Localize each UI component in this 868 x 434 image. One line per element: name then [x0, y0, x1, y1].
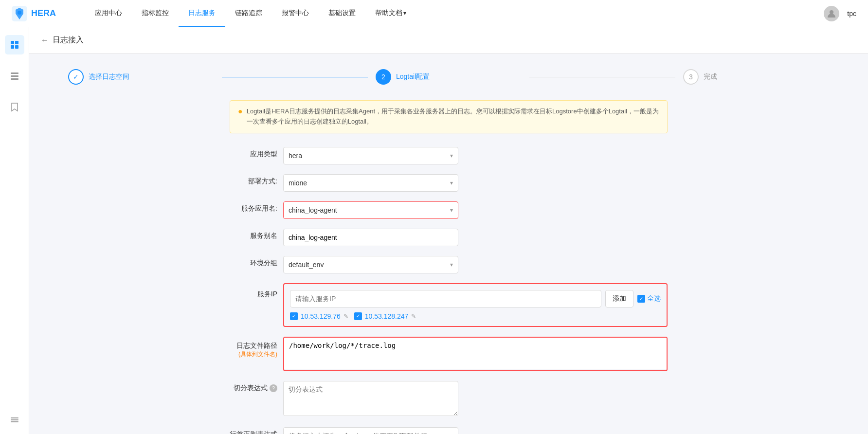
nav-item-basic-settings[interactable]: 基础设置 [319, 0, 365, 27]
service-ip-wrapper: 添加 ✓ 全选 ✓ 10.53.129.76 ✎ [283, 283, 668, 327]
form-row-service-alias: 服务别名 [230, 229, 668, 246]
chevron-down-icon: ▾ [450, 180, 453, 186]
bookmark-icon [10, 102, 19, 112]
step1-circle: ✓ [68, 69, 84, 85]
brand-name: HERA [31, 8, 56, 18]
page-title: 日志接入 [53, 35, 84, 45]
label-split-expression: 切分表达式 ? [230, 381, 283, 393]
logo-area[interactable]: HERA [12, 6, 56, 21]
sidebar-bottom[interactable] [10, 415, 19, 434]
textarea-log-path[interactable] [284, 338, 667, 369]
sidebar-item-grid[interactable] [5, 35, 24, 54]
step1-label: 选择日志空间 [89, 72, 129, 81]
nav-item-metrics[interactable]: 指标监控 [132, 0, 179, 27]
select-env-group[interactable]: default_env ▾ [283, 256, 458, 273]
select-app-type[interactable]: hera ▾ [283, 147, 458, 164]
ip-checkbox-1[interactable]: ✓ [354, 312, 362, 320]
back-button[interactable]: ← [41, 36, 49, 45]
user-avatar[interactable] [824, 6, 839, 21]
nav-item-help-docs[interactable]: 帮助文档 ▾ [365, 0, 416, 27]
menu-icon [10, 415, 19, 425]
select-all-button[interactable]: ✓ 全选 [637, 294, 661, 303]
nav-item-log-service[interactable]: 日志服务 [179, 0, 225, 27]
select-deploy-method[interactable]: mione ▾ [283, 174, 458, 192]
label-app-type: 应用类型 [230, 147, 283, 159]
page-header: ← 日志接入 [29, 27, 868, 54]
svg-rect-11 [11, 419, 18, 420]
add-ip-button[interactable]: 添加 [605, 290, 633, 307]
form-row-split-expression: 切分表达式 ? [230, 381, 668, 417]
textarea-split-expression[interactable] [283, 381, 458, 416]
label-service-ip: 服务IP [230, 283, 283, 299]
step-select-logspace: ✓ 选择日志空间 [68, 69, 214, 85]
label-service-alias: 服务别名 [230, 229, 283, 240]
step2-label: Logtail配置 [396, 72, 430, 81]
chevron-down-icon: ▾ [450, 152, 453, 159]
content-area: ✓ 选择日志空间 2 Logtail配置 3 完成 ● [29, 54, 868, 434]
sidebar-item-list[interactable] [5, 66, 24, 86]
svg-rect-7 [11, 72, 18, 74]
label-service-name: 服务应用名: [230, 201, 283, 213]
username: tpc [847, 10, 856, 18]
sidebar-item-bookmark[interactable] [5, 97, 24, 117]
label-deploy-method: 部署方式: [230, 174, 283, 186]
ip-input-row: 添加 ✓ 全选 [290, 290, 661, 307]
label-line-regex: 行首正则表达式 [230, 427, 283, 434]
avatar-icon [827, 9, 836, 18]
form-row-line-regex: 行首正则表达式 [230, 427, 668, 434]
nav-item-app-center[interactable]: 应用中心 [85, 0, 132, 27]
svg-rect-3 [11, 41, 14, 44]
select-all-checkbox[interactable]: ✓ [637, 295, 645, 303]
chevron-down-icon: ▾ [403, 10, 406, 17]
form-row-service-ip: 服务IP 添加 ✓ 全选 [230, 283, 668, 327]
control-app-type: hera ▾ [283, 147, 458, 164]
ip-tag-1: ✓ 10.53.128.247 ✎ [354, 312, 416, 320]
svg-point-2 [830, 10, 833, 14]
label-log-path: 日志文件路径 (具体到文件名) [230, 337, 283, 359]
label-env-group: 环境分组 [230, 256, 283, 268]
step-logtail-config: 2 Logtail配置 [376, 69, 522, 85]
chevron-down-icon: ▾ [450, 261, 453, 268]
grid-icon [10, 40, 19, 50]
main-content: ← 日志接入 ✓ 选择日志空间 2 Logtail配置 3 完成 [29, 27, 868, 434]
form-row-service-name: 服务应用名: china_log-agent ▾ [230, 201, 668, 219]
control-line-regex [283, 427, 458, 434]
control-log-path [283, 337, 668, 371]
nav-items: 应用中心 指标监控 日志服务 链路追踪 报警中心 基础设置 帮助文档 ▾ [85, 0, 824, 27]
input-service-alias[interactable] [283, 229, 458, 246]
help-icon-split[interactable]: ? [270, 384, 277, 392]
control-service-alias [283, 229, 458, 246]
svg-rect-6 [15, 45, 18, 49]
ip-tags: ✓ 10.53.129.76 ✎ ✓ 10.53.128.247 ✎ [290, 312, 661, 320]
svg-rect-5 [11, 45, 14, 49]
step-line-1 [222, 77, 368, 77]
ip-tag-0: ✓ 10.53.129.76 ✎ [290, 312, 348, 320]
control-service-name: china_log-agent ▾ [283, 201, 458, 219]
svg-rect-4 [15, 41, 18, 44]
step3-circle: 3 [683, 69, 699, 85]
info-text: Logtail是HERA日志服务提供的日志采集Agent，用于采集各业务服务器上… [247, 107, 659, 127]
control-env-group: default_env ▾ [283, 256, 458, 273]
app-layout: ← 日志接入 ✓ 选择日志空间 2 Logtail配置 3 完成 [0, 0, 868, 434]
form-container: ● Logtail是HERA日志服务提供的日志采集Agent，用于采集各业务服务… [230, 100, 668, 434]
svg-point-1 [18, 11, 21, 15]
step2-circle: 2 [376, 69, 391, 85]
select-service-name[interactable]: china_log-agent ▾ [283, 201, 458, 219]
chevron-down-icon: ▾ [450, 207, 453, 214]
hera-logo-icon [12, 6, 27, 21]
svg-rect-10 [11, 417, 18, 418]
form-row-app-type: 应用类型 hera ▾ [230, 147, 668, 164]
ip-edit-icon-0[interactable]: ✎ [344, 313, 348, 320]
ip-edit-icon-1[interactable]: ✎ [411, 313, 416, 320]
form-row-log-path: 日志文件路径 (具体到文件名) [230, 337, 668, 371]
step-complete: 3 完成 [683, 69, 829, 85]
nav-item-trace[interactable]: 链路追踪 [225, 0, 272, 27]
ip-checkbox-0[interactable]: ✓ [290, 312, 298, 320]
form-row-deploy-method: 部署方式: mione ▾ [230, 174, 668, 192]
input-service-ip[interactable] [290, 290, 601, 307]
nav-item-alert[interactable]: 报警中心 [272, 0, 319, 27]
nav-right: tpc [824, 6, 856, 21]
top-navigation: HERA 应用中心 指标监控 日志服务 链路追踪 报警中心 基础设置 帮助文档 … [0, 0, 868, 27]
input-line-regex[interactable] [283, 427, 458, 434]
ip-value-0: 10.53.129.76 [301, 312, 341, 320]
